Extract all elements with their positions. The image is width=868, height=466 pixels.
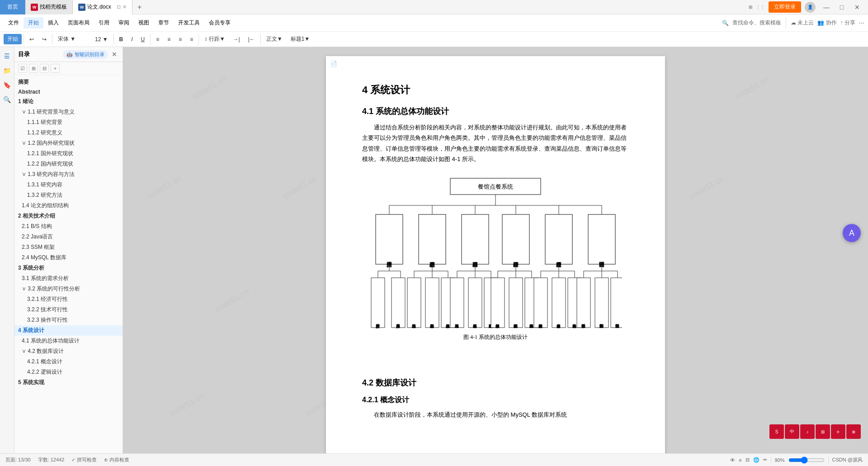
zoom-slider[interactable]: [788, 456, 825, 464]
toc-item-24[interactable]: 2.4 MySQL 数据库: [14, 252, 123, 263]
toc-item-12[interactable]: ∨ 1.2 国内外研究现状: [14, 138, 123, 148]
toc-item-121[interactable]: 1.2.1 国外研究现状: [14, 148, 123, 159]
start-btn[interactable]: 开始: [4, 34, 22, 44]
view-icon-grid[interactable]: ⊟: [745, 457, 750, 463]
mic-btn[interactable]: ♪: [800, 424, 815, 439]
toc-item-ch2[interactable]: 2 相关技术介绍: [14, 211, 123, 221]
style-normal[interactable]: 正文▼: [263, 34, 286, 44]
register-button[interactable]: 立即登录: [769, 1, 801, 13]
more-btn[interactable]: ⋯: [859, 20, 864, 26]
toc-item-abstract-en[interactable]: Abstract: [14, 87, 123, 96]
toc-icon[interactable]: ☰: [2, 51, 13, 62]
underline-btn[interactable]: U: [137, 35, 149, 44]
toc-item-122[interactable]: 1.2.2 国内研究现状: [14, 159, 123, 169]
toc-item-23[interactable]: 2.3 SSM 框架: [14, 242, 123, 252]
view-icon-eye[interactable]: 👁: [730, 457, 735, 463]
style-heading1[interactable]: 标题1▼: [287, 34, 314, 44]
list-view-button[interactable]: ⋮⋮: [756, 3, 765, 12]
menu-toolbar-btn[interactable]: ≡: [831, 424, 845, 439]
toc-item-112[interactable]: 1.1.2 研究意义: [14, 128, 123, 138]
toc-item-132[interactable]: 1.3.2 研究方法: [14, 190, 123, 200]
toc-item-42[interactable]: ∨ 4.2 数据库设计: [14, 346, 123, 357]
extra-btn[interactable]: ⊕: [846, 424, 861, 439]
toc-item-32[interactable]: ∨ 3.2 系统的可行性分析: [14, 284, 123, 294]
view-icon-edit[interactable]: ✏: [763, 457, 767, 463]
toc-item-323[interactable]: 3.2.3 操作可行性: [14, 315, 123, 325]
chinese-input-btn[interactable]: 中: [785, 424, 799, 439]
bookmark-icon[interactable]: 🔖: [2, 80, 13, 90]
search-sidebar-icon[interactable]: 🔍: [2, 94, 13, 105]
toc-item-41[interactable]: 4.1 系统的总体功能设计: [14, 336, 123, 346]
input-method-btn[interactable]: S: [769, 424, 784, 439]
table-btn[interactable]: ⊞: [816, 424, 830, 439]
sidebar-close-btn[interactable]: ✕: [110, 50, 119, 59]
toc-item-ch1[interactable]: 1 绪论: [14, 96, 123, 107]
toc-item-131[interactable]: 1.3.1 研究内容: [14, 180, 123, 190]
toc-item-13[interactable]: ∨ 1.3 研究内容与方法: [14, 169, 123, 180]
view-icon-web[interactable]: 🌐: [753, 457, 760, 463]
tab-close-icon[interactable]: ✕: [123, 4, 127, 10]
font-name[interactable]: 宋体 ▼: [54, 34, 90, 44]
tab-word[interactable]: W 论文.docx ⊡ ✕: [73, 0, 132, 14]
toc-item-ch3[interactable]: 3 系统分析: [14, 263, 123, 273]
toc-item-321[interactable]: 3.2.1 经济可行性: [14, 294, 123, 304]
toc-item-31[interactable]: 3.1 系统的需求分析: [14, 273, 123, 284]
bold-btn[interactable]: B: [116, 35, 127, 44]
menu-dev[interactable]: 开发工具: [174, 17, 204, 29]
toc-item-22[interactable]: 2.2 Java语言: [14, 232, 123, 242]
tab-home[interactable]: 首页: [0, 0, 25, 14]
menu-layout[interactable]: 页面布局: [63, 17, 94, 29]
user-avatar[interactable]: 👤: [805, 2, 816, 13]
maximize-button[interactable]: □: [835, 0, 849, 14]
indent-decrease[interactable]: |←: [245, 35, 259, 44]
italic-btn[interactable]: I: [127, 35, 136, 44]
menu-file[interactable]: 文件: [4, 17, 24, 29]
menu-start[interactable]: 开始: [24, 17, 43, 29]
align-left[interactable]: ≡: [152, 35, 163, 44]
float-ai-btn[interactable]: A: [843, 224, 861, 242]
grid-view-button[interactable]: ⊞: [746, 3, 755, 12]
toc-item-14[interactable]: 1.4 论文的组织结构: [14, 200, 123, 211]
toc-item-ch4[interactable]: 4 系统设计: [14, 325, 123, 336]
align-center[interactable]: ≡: [164, 35, 174, 44]
toc-item-abstract[interactable]: 摘要: [14, 77, 123, 87]
toc-item-322[interactable]: 3.2.2 技术可行性: [14, 304, 123, 315]
close-button[interactable]: ✕: [850, 0, 864, 14]
font-size[interactable]: 12 ▼: [91, 35, 112, 44]
toc-check-btn[interactable]: ☑: [18, 64, 27, 73]
tab-wps[interactable]: W 找稻壳模板: [25, 0, 73, 14]
content-check[interactable]: ⊕ 内容检查: [104, 456, 129, 463]
ai-toc-btn[interactable]: 🤖 智能识别目录: [63, 50, 108, 59]
toc-item-ch5[interactable]: 5 系统实现: [14, 377, 123, 388]
tab-maximize-icon[interactable]: ⊡: [117, 4, 121, 10]
menu-member[interactable]: 会员专享: [204, 17, 235, 29]
tab-new-button[interactable]: +: [132, 0, 147, 14]
menu-review[interactable]: 审阅: [114, 17, 134, 29]
undo-btn[interactable]: ↩: [26, 35, 38, 44]
view-icon-lines[interactable]: ≡: [739, 457, 741, 463]
spell-check[interactable]: ✓ 拼写检查: [71, 456, 97, 463]
menu-insert[interactable]: 插入: [43, 17, 63, 29]
document-area[interactable]: code51.cn code51.cn code51.cn code51.cn …: [123, 47, 868, 453]
toc-item-421[interactable]: 4.2.1 概念设计: [14, 357, 123, 367]
align-justify[interactable]: ≡: [186, 35, 197, 44]
line-spacing[interactable]: ↕ 行距▼: [201, 34, 228, 44]
minimize-button[interactable]: —: [819, 0, 834, 14]
menu-view[interactable]: 视图: [134, 17, 154, 29]
collaborate-btn[interactable]: 👥 协作: [817, 19, 836, 27]
toc-item-21[interactable]: 2.1 B/S 结构: [14, 221, 123, 232]
toc-add-btn[interactable]: +: [51, 64, 60, 73]
toc-collapse-btn[interactable]: ⊟: [40, 64, 49, 73]
menu-reference[interactable]: 引用: [94, 17, 114, 29]
align-right[interactable]: ≡: [175, 35, 185, 44]
toc-expand-btn[interactable]: ⊞: [29, 64, 38, 73]
share-btn[interactable]: ↑ 分享: [840, 19, 855, 27]
document-page[interactable]: 📄 4 系统设计 4.1 系统的总体功能设计 通过结合系统分析阶段的相关内容，对…: [326, 56, 665, 453]
menu-chapter[interactable]: 章节: [154, 17, 174, 29]
folder-icon[interactable]: 📁: [2, 65, 13, 76]
toc-item-422[interactable]: 4.2.2 逻辑设计: [14, 367, 123, 377]
toc-item-111[interactable]: 1.1.1 研究背景: [14, 117, 123, 128]
toc-item-11[interactable]: ∨ 1.1 研究背景与意义: [14, 107, 123, 117]
redo-btn[interactable]: ↪: [38, 35, 50, 44]
indent-increase[interactable]: →|: [230, 35, 244, 44]
